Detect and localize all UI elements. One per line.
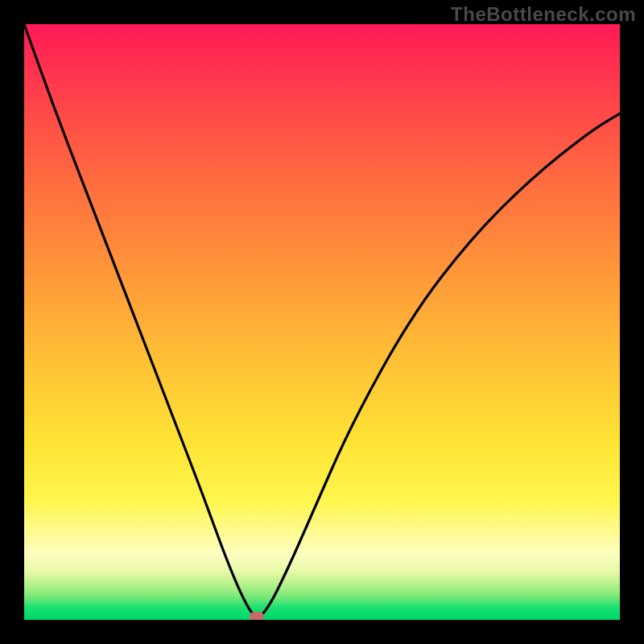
chart-frame: TheBottleneck.com bbox=[0, 0, 644, 644]
bottleneck-curve bbox=[24, 24, 620, 620]
plot-area bbox=[24, 24, 620, 620]
watermark-text: TheBottleneck.com bbox=[451, 3, 636, 26]
optimal-marker bbox=[250, 612, 264, 620]
